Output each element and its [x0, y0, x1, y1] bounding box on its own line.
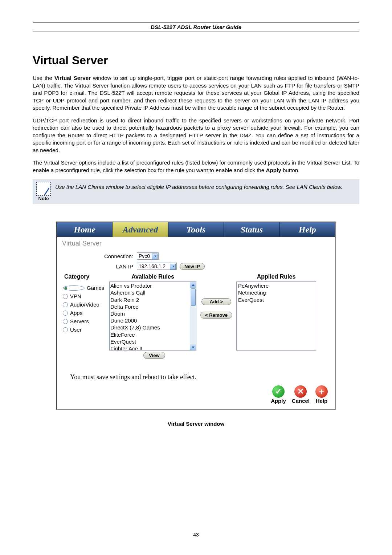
tab-home[interactable]: Home [57, 222, 113, 237]
radio-icon [63, 327, 68, 332]
category-user[interactable]: User [62, 325, 109, 334]
list-item[interactable]: EverQuest [238, 296, 314, 303]
paragraph-2: UDP/TCP port redirection is used to dire… [33, 117, 359, 154]
help-action[interactable]: ＋ Help [315, 385, 328, 404]
cancel-label: Cancel [292, 398, 310, 404]
lanip-value: 192.168.1.2 [139, 263, 166, 269]
cancel-action[interactable]: ✕ Cancel [292, 385, 310, 404]
add-button[interactable]: Add > [201, 298, 231, 305]
save-message: You must save settings and reboot to tak… [57, 365, 335, 384]
applied-rules-listbox[interactable]: PcAnywhere Netmeeting EverQuest [236, 281, 316, 351]
close-icon: ✕ [294, 385, 307, 398]
chevron-down-icon [172, 266, 175, 267]
radio-icon [63, 302, 68, 307]
panel-title: Virtual Server [57, 237, 335, 251]
list-item[interactable]: EverQuest [110, 338, 195, 345]
category-label: Apps [70, 310, 82, 316]
list-item[interactable]: Dune 2000 [110, 317, 195, 324]
note-label: Note [38, 196, 49, 201]
scroll-thumb[interactable] [191, 288, 196, 306]
page-number: 43 [0, 532, 392, 538]
connection-label: Connection: [93, 253, 137, 259]
p1a: Use the [33, 75, 54, 81]
section-heading: Virtual Server [33, 54, 359, 67]
paragraph-3: The Virtual Server options include a lis… [33, 159, 359, 174]
radio-icon [63, 285, 85, 291]
header-available: Available Rules [109, 274, 196, 281]
category-label: VPN [70, 293, 81, 299]
category-list: Games VPN Audio/Video Apps Servers User [62, 281, 109, 334]
lanip-select[interactable]: 192.168.1.2 [137, 263, 177, 270]
header-category: Category [62, 274, 109, 281]
doc-header-title: DSL-522T ADSL Router User Guide [33, 24, 359, 32]
list-item[interactable]: Dark Rein 2 [110, 296, 195, 303]
note-callout: Note Use the LAN Clients window to selec… [33, 179, 359, 204]
category-label: User [70, 327, 82, 333]
scrollbar[interactable] [190, 282, 196, 350]
category-apps[interactable]: Apps [62, 309, 109, 317]
list-item[interactable]: Delta Force [110, 303, 195, 310]
category-label: Games [87, 285, 104, 291]
available-rules-listbox[interactable]: Alien vs Predator Asheron's Call Dark Re… [109, 281, 196, 351]
category-label: Audio/Video [70, 301, 99, 308]
category-vpn[interactable]: VPN [62, 292, 109, 300]
list-item[interactable]: Doom [110, 310, 195, 317]
list-item[interactable]: Fighter Ace II [110, 345, 195, 351]
p3b: Apply [266, 167, 281, 173]
virtual-server-screenshot: Home Advanced Tools Status Help Virtual … [56, 222, 336, 410]
figure-caption: Virtual Server window [33, 421, 359, 427]
radio-icon [63, 319, 68, 324]
list-item[interactable]: Asheron's Call [110, 289, 195, 296]
paragraph-1: Use the Virtual Server window to set up … [33, 74, 359, 112]
tab-bar: Home Advanced Tools Status Help [57, 222, 335, 237]
apply-label: Apply [271, 398, 286, 404]
view-button[interactable]: View [143, 352, 165, 359]
radio-icon [63, 294, 68, 299]
list-item[interactable]: Netmeeting [238, 289, 314, 296]
connection-select[interactable]: Pvc0 [137, 252, 159, 260]
scroll-up-icon[interactable] [190, 282, 196, 288]
tab-status[interactable]: Status [224, 222, 279, 237]
list-item[interactable]: DirectX (7,8) Games [110, 324, 195, 331]
pencil-icon [36, 182, 51, 196]
lanip-label: LAN IP [93, 263, 137, 270]
tab-help[interactable]: Help [280, 222, 335, 237]
remove-button[interactable]: < Remove [200, 312, 232, 319]
chevron-down-icon [154, 256, 156, 257]
help-label: Help [316, 398, 328, 404]
category-label: Servers [70, 318, 89, 324]
category-servers[interactable]: Servers [62, 317, 109, 325]
category-games[interactable]: Games [62, 284, 109, 292]
list-item[interactable]: EliteForce [110, 331, 195, 338]
p3c: button. [281, 167, 300, 173]
check-icon: ✓ [272, 385, 285, 398]
connection-value: Pvc0 [139, 253, 150, 259]
category-audiovideo[interactable]: Audio/Video [62, 300, 109, 309]
list-item[interactable]: PcAnywhere [238, 282, 314, 289]
radio-icon [63, 311, 68, 316]
tab-advanced[interactable]: Advanced [113, 222, 168, 237]
tab-tools[interactable]: Tools [168, 222, 224, 237]
list-item[interactable]: Alien vs Predator [110, 282, 195, 289]
p3a: The Virtual Server options include a lis… [33, 159, 359, 173]
new-ip-button[interactable]: New IP [180, 263, 205, 270]
plus-icon: ＋ [315, 385, 328, 398]
apply-action[interactable]: ✓ Apply [271, 385, 286, 404]
header-applied: Applied Rules [236, 274, 316, 281]
note-text: Use the LAN Clients window to select eli… [55, 182, 343, 191]
scroll-down-icon[interactable] [190, 344, 196, 350]
p1b: Virtual Server [54, 75, 91, 81]
